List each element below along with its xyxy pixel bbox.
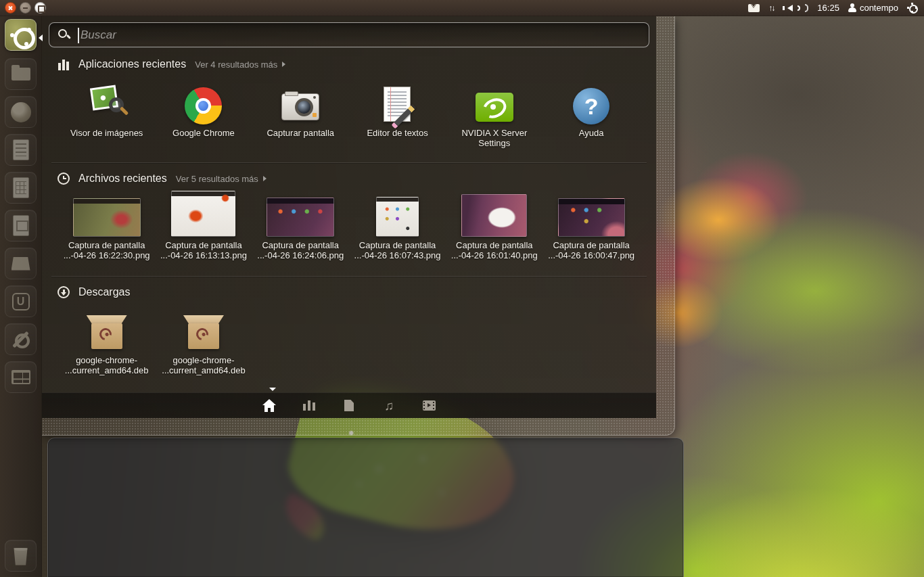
dash-content: Aplicaciones recientes Ver 4 resultados … (42, 16, 656, 418)
document-icon (344, 400, 354, 411)
chevron-right-icon (282, 62, 285, 67)
chevron-right-icon (263, 176, 267, 181)
deb-package-icon (87, 314, 127, 352)
see-more-results-link[interactable]: Ver 5 resultados más (176, 174, 267, 184)
file-label: Captura de pantalla ...-04-26 16:13:13.p… (160, 240, 247, 260)
download-label: google-chrome- ...current_amd64.deb (162, 355, 246, 375)
user-menu[interactable]: contempo (848, 3, 898, 13)
section-header-downloads: Descargas (57, 286, 130, 298)
lens-music[interactable]: ♫ (382, 398, 396, 413)
download-item[interactable]: google-chrome- ...current_amd64.deb (155, 310, 252, 375)
gear-icon (907, 3, 917, 13)
download-item[interactable]: google-chrome- ...current_amd64.deb (58, 310, 155, 375)
launcher-item-firefox[interactable] (5, 96, 37, 128)
app-item-image-viewer[interactable]: Visor de imágenes (58, 83, 155, 148)
file-label: Captura de pantalla ...-04-26 16:00:47.p… (548, 240, 634, 260)
launcher-item-workspace-switcher[interactable] (5, 361, 37, 393)
file-item[interactable]: Captura de pantalla ...-04-26 16:00:47.p… (542, 195, 639, 260)
file-item[interactable]: Captura de pantalla ...-04-26 16:07:43.p… (349, 195, 446, 260)
writer-document-icon (13, 139, 29, 160)
volume-icon (783, 6, 785, 10)
section-title: Archivos recientes (78, 172, 167, 185)
music-note-icon: ♫ (384, 399, 394, 412)
section-title: Aplicaciones recientes (78, 58, 186, 70)
film-strip-icon (423, 400, 436, 411)
workspaces-icon (11, 370, 30, 384)
section-header-files: Archivos recientes Ver 5 resultados más (57, 172, 267, 185)
minimize-button[interactable] (20, 2, 31, 14)
lens-applications[interactable] (302, 398, 317, 413)
launcher-item-libreoffice-impress[interactable] (5, 210, 37, 241)
home-icon (262, 399, 276, 413)
section-header-apps: Aplicaciones recientes Ver 4 resultados … (57, 58, 285, 70)
file-item[interactable]: Captura de pantalla ...-04-26 16:01:40.p… (446, 195, 542, 260)
app-item-help[interactable]: ? Ayuda (542, 83, 639, 148)
top-panel: ↑↓ 16:25 contempo (0, 0, 924, 16)
folder-icon (11, 68, 30, 80)
presentation-icon (13, 215, 29, 236)
file-label: Captura de pantalla ...-04-26 16:22:30.p… (64, 240, 150, 260)
file-thumbnail (376, 197, 419, 237)
network-menu[interactable]: ↑↓ (768, 3, 774, 13)
file-label: Captura de pantalla ...-04-26 16:01:40.p… (451, 240, 538, 260)
spreadsheet-icon (13, 177, 29, 198)
section-title: Descargas (78, 286, 130, 298)
text-editor-icon (378, 85, 417, 124)
file-item[interactable]: Captura de pantalla ...-04-26 16:24:06.p… (252, 195, 349, 260)
see-more-results-link[interactable]: Ver 4 resultados más (195, 60, 285, 70)
clock-menu[interactable]: 16:25 (817, 3, 839, 13)
file-item[interactable]: Captura de pantalla ...-04-26 16:13:13.p… (155, 195, 252, 260)
files-row: Captura de pantalla ...-04-26 16:22:30.p… (58, 195, 640, 260)
sound-menu[interactable] (783, 4, 808, 12)
clock-icon (57, 172, 70, 185)
app-label: Capturar pantalla (267, 128, 334, 138)
chrome-icon (185, 87, 222, 124)
username-label: contempo (860, 3, 898, 13)
app-item-text-editor[interactable]: Editor de textos (349, 83, 446, 148)
search-input[interactable] (80, 23, 635, 47)
launcher-item-files[interactable] (5, 58, 37, 90)
file-thumbnail (171, 191, 235, 237)
desktop: ↑↓ 16:25 contempo (0, 0, 924, 577)
ubuntu-logo-icon (11, 25, 31, 45)
indicator-area: ↑↓ 16:25 contempo (748, 3, 924, 13)
launcher-item-software-center[interactable] (5, 248, 37, 279)
launcher-item-system-settings[interactable] (5, 323, 37, 355)
search-bar[interactable] (49, 22, 649, 47)
background-window[interactable] (47, 438, 684, 577)
search-icon (58, 29, 67, 38)
mail-icon (748, 4, 760, 12)
launcher-item-dash-home[interactable] (5, 19, 37, 51)
messaging-menu[interactable] (748, 4, 760, 12)
applications-lens-icon (303, 400, 315, 411)
session-menu[interactable] (907, 3, 917, 13)
file-label: Captura de pantalla ...-04-26 16:07:43.p… (354, 240, 441, 260)
deb-package-icon (183, 314, 224, 352)
firefox-icon (11, 102, 31, 122)
lens-files[interactable] (342, 398, 356, 413)
download-icon (57, 286, 70, 298)
section-divider (51, 276, 647, 277)
maximize-button[interactable] (34, 2, 46, 14)
clock-label: 16:25 (817, 3, 839, 13)
file-thumbnail (73, 198, 141, 237)
app-item-google-chrome[interactable]: Google Chrome (155, 83, 252, 148)
apps-row: Visor de imágenes Google Chrome Capturar… (58, 83, 640, 148)
nvidia-icon (476, 93, 513, 122)
app-item-nvidia-settings[interactable]: NVIDIA X Server Settings (446, 83, 542, 148)
file-thumbnail (267, 198, 334, 237)
lens-video[interactable] (421, 398, 436, 413)
app-label: Editor de textos (367, 128, 428, 138)
software-center-icon (11, 257, 30, 271)
launcher-item-libreoffice-calc[interactable] (5, 172, 37, 204)
close-button[interactable] (5, 2, 16, 14)
settings-gear-icon (12, 331, 30, 348)
ubuntu-one-icon: U (12, 293, 30, 310)
lens-home[interactable] (262, 398, 277, 413)
launcher-item-trash[interactable] (5, 540, 37, 572)
text-cursor (78, 28, 79, 43)
launcher-item-ubuntu-one[interactable]: U (5, 285, 37, 317)
launcher-item-libreoffice-writer[interactable] (5, 134, 37, 166)
file-item[interactable]: Captura de pantalla ...-04-26 16:22:30.p… (58, 195, 155, 260)
app-item-screenshot[interactable]: Capturar pantalla (252, 83, 349, 148)
